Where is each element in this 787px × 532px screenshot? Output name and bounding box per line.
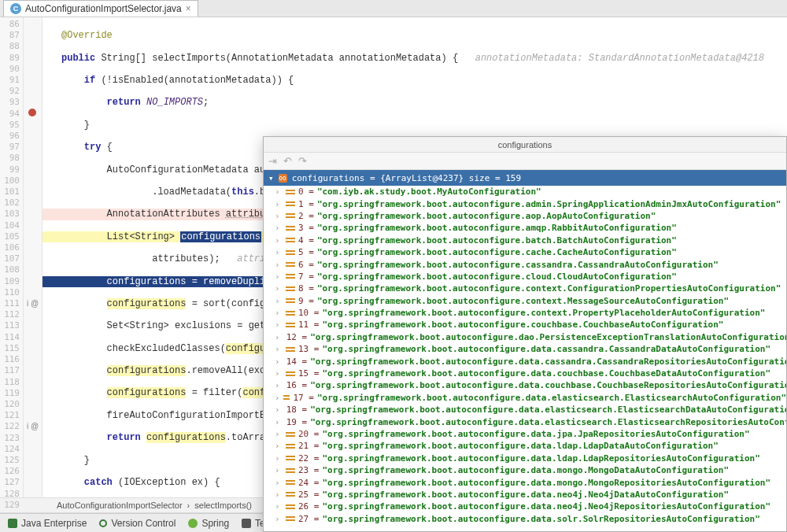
debug-item-row[interactable]: ›6 = "org.springframework.boot.autoconfi… bbox=[264, 258, 786, 270]
breakpoint-icon[interactable] bbox=[28, 109, 36, 116]
debug-item-index: 2 = bbox=[298, 211, 314, 221]
debug-item-value: "org.springframework.boot.autoconfigure.… bbox=[323, 453, 760, 464]
array-element-icon bbox=[286, 188, 295, 196]
override-gutter-icon[interactable]: i @ bbox=[27, 298, 39, 309]
debug-item-row[interactable]: ›4 = "org.springframework.boot.autoconfi… bbox=[264, 235, 786, 246]
debug-item-index: 15 = bbox=[298, 368, 320, 379]
array-element-icon bbox=[286, 309, 295, 317]
debug-item-index: 14 = bbox=[286, 357, 308, 367]
debug-item-row[interactable]: ›3 = "org.springframework.boot.autoconfi… bbox=[264, 222, 786, 234]
chevron-right-icon: › bbox=[275, 320, 283, 330]
debug-item-index: 1 = bbox=[298, 199, 314, 209]
debug-item-row[interactable]: ›18 = "org.springframework.boot.autoconf… bbox=[264, 404, 786, 416]
debug-item-index: 5 = bbox=[298, 247, 314, 257]
array-element-icon bbox=[286, 478, 295, 486]
debug-item-row[interactable]: ›23 = "org.springframework.boot.autoconf… bbox=[264, 464, 786, 476]
debug-item-value: "org.springframework.boot.autoconfigure.… bbox=[323, 441, 719, 451]
debug-item-row[interactable]: ›1 = "org.springframework.boot.autoconfi… bbox=[264, 198, 786, 209]
debug-forward-icon[interactable]: ↷ bbox=[298, 155, 307, 167]
debug-item-value: "org.springframework.boot.autoconfigure.… bbox=[310, 357, 786, 367]
code-line: = filter( bbox=[186, 387, 242, 398]
array-element-icon bbox=[286, 285, 295, 293]
debug-item-value: "com.iyb.ak.study.boot.MyAutoConfigurati… bbox=[317, 187, 541, 197]
debug-item-value: "org.springframework.boot.autoconfigure.… bbox=[323, 478, 771, 488]
inline-hint: annotationMetadata: StandardAnnotationMe… bbox=[475, 53, 764, 64]
debug-item-row[interactable]: ›24 = "org.springframework.boot.autoconf… bbox=[264, 476, 786, 488]
debug-step-icon[interactable]: ⇥ bbox=[268, 155, 277, 167]
brace: } bbox=[84, 455, 90, 466]
debug-item-index: 24 = bbox=[298, 478, 320, 488]
code-line: .loadMetadata( bbox=[152, 187, 231, 198]
chevron-down-icon: ▾ bbox=[268, 173, 274, 183]
debug-item-index: 4 = bbox=[298, 235, 314, 246]
keyword: return bbox=[107, 97, 146, 108]
debug-back-icon[interactable]: ↶ bbox=[283, 155, 292, 167]
chevron-right-icon: › bbox=[275, 453, 283, 464]
chevron-right-icon: › bbox=[275, 296, 283, 306]
debug-item-row[interactable]: ›0 = "com.iyb.ak.study.boot.MyAutoConfig… bbox=[264, 186, 786, 198]
array-element-icon bbox=[286, 272, 295, 280]
editor-tabs: C AutoConfigurationImportSelector.java × bbox=[0, 0, 787, 17]
debug-item-value: "org.springframework.boot.autoconfigure.… bbox=[323, 490, 730, 500]
toolwindow-spring[interactable]: Spring bbox=[188, 518, 229, 529]
java-enterprise-icon bbox=[8, 519, 17, 528]
chevron-right-icon: › bbox=[275, 187, 283, 197]
debug-root-node[interactable]: ▾ oo configurations = {ArrayList@4237} s… bbox=[264, 170, 786, 186]
chevron-right-icon: › bbox=[275, 490, 283, 500]
chevron-right-icon: › bbox=[275, 199, 283, 209]
code-line: fireAutoConfigurationImportEven bbox=[107, 410, 283, 421]
debug-item-list[interactable]: ›0 = "com.iyb.ak.study.boot.MyAutoConfig… bbox=[264, 186, 786, 531]
debug-item-row[interactable]: ›25 = "org.springframework.boot.autoconf… bbox=[264, 489, 786, 501]
breadcrumb-method[interactable]: selectImports() bbox=[194, 501, 252, 510]
debug-variable-popup[interactable]: configurations ⇥ ↶ ↷ ▾ oo configurations… bbox=[263, 136, 787, 532]
debug-item-value: "org.springframework.boot.autoconfigure.… bbox=[310, 405, 786, 415]
chevron-right-icon: › bbox=[275, 501, 283, 512]
toolwindow-version-control[interactable]: Version Control bbox=[99, 518, 176, 529]
file-tab-active[interactable]: C AutoConfigurationImportSelector.java × bbox=[3, 0, 198, 17]
debug-item-row[interactable]: ›16 = "org.springframework.boot.autoconf… bbox=[264, 379, 786, 391]
debug-item-row[interactable]: ›2 = "org.springframework.boot.autoconfi… bbox=[264, 210, 786, 222]
debug-item-value: "org.springframework.boot.autoconfigure.… bbox=[317, 199, 781, 209]
chevron-right-icon: › bbox=[275, 465, 283, 475]
breadcrumb-class[interactable]: AutoConfigurationImportSelector bbox=[57, 501, 183, 510]
debug-item-row[interactable]: ›9 = "org.springframework.boot.autoconfi… bbox=[264, 295, 786, 307]
override-gutter-icon[interactable]: i @ bbox=[27, 421, 39, 432]
debug-item-row[interactable]: ›10 = "org.springframework.boot.autoconf… bbox=[264, 307, 786, 319]
debug-item-row[interactable]: ›27 = "org.springframework.boot.autoconf… bbox=[264, 513, 786, 525]
debug-item-row[interactable]: ›12 = "org.springframework.boot.autoconf… bbox=[264, 331, 786, 343]
close-icon[interactable]: × bbox=[186, 3, 191, 14]
debug-item-value: "org.springframework.boot.autoconfigure.… bbox=[323, 344, 771, 354]
debug-item-row[interactable]: ›22 = "org.springframework.boot.autoconf… bbox=[264, 453, 786, 464]
chevron-right-icon: › bbox=[275, 308, 283, 318]
line-number-gutter: 86 87 88 89 90 91 92 93 94 95 96 97 98 9… bbox=[0, 17, 24, 497]
debug-item-value: "org.springframework.boot.autoconfigure.… bbox=[317, 247, 677, 257]
debug-item-row[interactable]: ›19 = "org.springframework.boot.autoconf… bbox=[264, 416, 786, 427]
debug-item-row[interactable]: ›13 = "org.springframework.boot.autoconf… bbox=[264, 343, 786, 355]
debug-item-row[interactable]: ›20 = "org.springframework.boot.autoconf… bbox=[264, 428, 786, 440]
debug-item-row[interactable]: ›14 = "org.springframework.boot.autoconf… bbox=[264, 355, 786, 367]
debug-item-row[interactable]: ›5 = "org.springframework.boot.autoconfi… bbox=[264, 246, 786, 258]
debug-item-value: "org.springframework.boot.autoconfigure.… bbox=[317, 260, 719, 270]
debug-item-value: "org.springframework.boot.autoconfigure.… bbox=[323, 501, 771, 512]
debug-item-row[interactable]: ›8 = "org.springframework.boot.autoconfi… bbox=[264, 283, 786, 294]
debug-item-row[interactable]: ›11 = "org.springframework.boot.autoconf… bbox=[264, 319, 786, 331]
toolwindow-java-enterprise[interactable]: Java Enterprise bbox=[8, 518, 87, 529]
debug-root-label: configurations = {ArrayList@4237} size =… bbox=[292, 173, 521, 183]
debug-item-index: 8 = bbox=[298, 283, 314, 294]
debug-item-index: 16 = bbox=[286, 380, 308, 390]
debug-item-row[interactable]: ›17 = "org.springframework.boot.autoconf… bbox=[264, 392, 786, 404]
debug-item-row[interactable]: ›21 = "org.springframework.boot.autoconf… bbox=[264, 440, 786, 452]
marker-gutter: i @ i @ bbox=[24, 17, 42, 497]
var-configurations: configurations bbox=[107, 365, 187, 376]
code-line: checkExcludedClasses( bbox=[107, 343, 226, 354]
debug-item-index: 25 = bbox=[298, 490, 320, 500]
debug-item-value: "org.springframework.boot.autoconfigure.… bbox=[310, 332, 786, 342]
array-element-icon bbox=[286, 345, 295, 353]
keyword: return bbox=[107, 432, 146, 443]
debug-item-row[interactable]: ›7 = "org.springframework.boot.autoconfi… bbox=[264, 271, 786, 283]
debug-item-index: 19 = bbox=[286, 417, 308, 427]
debug-item-row[interactable]: ›26 = "org.springframework.boot.autoconf… bbox=[264, 501, 786, 512]
debug-item-index: 7 = bbox=[298, 272, 314, 282]
debug-item-row[interactable]: ›15 = "org.springframework.boot.autoconf… bbox=[264, 368, 786, 379]
debug-item-index: 18 = bbox=[286, 405, 308, 415]
